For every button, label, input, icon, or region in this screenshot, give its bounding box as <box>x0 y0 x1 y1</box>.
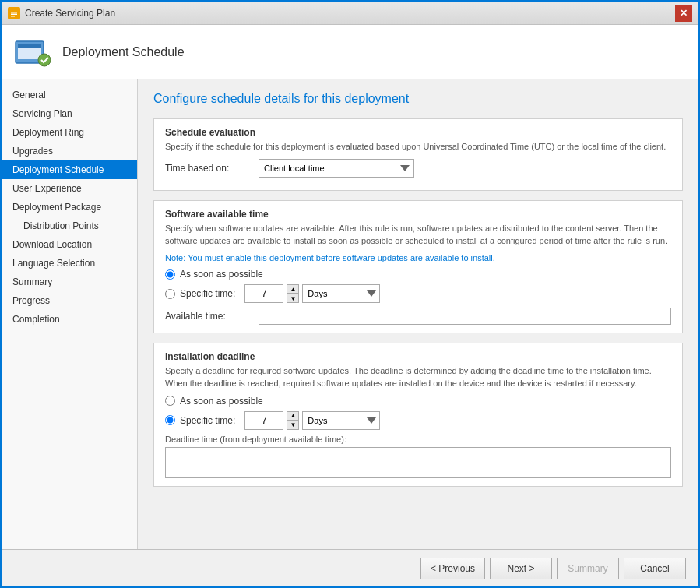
title-bar-left: Create Servicing Plan <box>8 7 115 19</box>
svg-rect-1 <box>11 12 17 13</box>
sidebar: General Servicing Plan Deployment Ring U… <box>2 79 138 549</box>
deadline-time-textbox <box>165 447 671 478</box>
software-spinner-input[interactable] <box>244 284 283 303</box>
deadline-asap-label: As soon as possible <box>180 396 263 407</box>
software-specific-radio[interactable] <box>165 289 175 299</box>
footer: < Previous Next > Summary Cancel <box>2 549 698 586</box>
deadline-specific-label: Specific time: <box>180 415 235 426</box>
header-title: Deployment Schedule <box>62 45 185 59</box>
software-available-time-section: Software available time Specify when sof… <box>153 200 683 333</box>
deadline-spinner-up[interactable]: ▲ <box>287 411 299 421</box>
deadline-specific-radio[interactable] <box>165 415 175 425</box>
title-bar: Create Servicing Plan ✕ <box>2 2 698 25</box>
sidebar-item-user-experience[interactable]: User Experience <box>2 179 137 198</box>
software-radio-specific-row: Specific time: ▲ ▼ Days Weeks Months <box>165 284 671 303</box>
software-note: Note: You must enable this deployment be… <box>165 253 671 262</box>
main-content: Configure schedule details for this depl… <box>138 79 698 549</box>
schedule-evaluation-section: Schedule evaluation Specify if the sched… <box>153 118 683 191</box>
time-based-on-row: Time based on: Client local time UTC <box>165 159 671 178</box>
time-based-on-select[interactable]: Client local time UTC <box>259 159 414 178</box>
svg-rect-6 <box>18 44 41 48</box>
window-icon <box>8 7 20 19</box>
software-spinner-down[interactable]: ▼ <box>287 294 299 303</box>
sidebar-item-summary[interactable]: Summary <box>2 273 137 291</box>
close-button[interactable]: ✕ <box>675 5 692 22</box>
installation-deadline-section: Installation deadline Specify a deadline… <box>153 343 683 487</box>
sidebar-item-progress[interactable]: Progress <box>2 291 137 310</box>
svg-rect-3 <box>11 16 15 17</box>
sidebar-item-completion[interactable]: Completion <box>2 310 137 329</box>
deadline-time-label: Deadline time (from deployment available… <box>165 435 671 444</box>
sidebar-item-deployment-package[interactable]: Deployment Package <box>2 198 137 217</box>
sidebar-item-general[interactable]: General <box>2 86 137 104</box>
available-time-textbox <box>259 308 671 325</box>
sidebar-item-deployment-ring[interactable]: Deployment Ring <box>2 123 137 142</box>
svg-point-7 <box>38 54 51 66</box>
sidebar-item-download-location[interactable]: Download Location <box>2 235 137 254</box>
available-time-row: Available time: <box>165 308 671 325</box>
software-spinner-up[interactable]: ▲ <box>287 284 299 294</box>
schedule-evaluation-title: Schedule evaluation <box>165 127 671 138</box>
deadline-spinner-buttons: ▲ ▼ <box>287 411 299 430</box>
available-time-label: Available time: <box>165 311 259 322</box>
page-title: Configure schedule details for this depl… <box>153 92 683 106</box>
sidebar-item-distribution-points[interactable]: Distribution Points <box>2 217 137 235</box>
software-specific-label: Specific time: <box>180 288 235 299</box>
deadline-days-select[interactable]: Days Weeks Months <box>302 411 380 430</box>
time-based-on-label: Time based on: <box>165 163 259 174</box>
software-spinner-buttons: ▲ ▼ <box>287 284 299 303</box>
svg-rect-2 <box>11 13 17 15</box>
installation-deadline-title: Installation deadline <box>165 351 671 362</box>
header-area: Deployment Schedule <box>2 25 698 79</box>
sidebar-item-upgrades[interactable]: Upgrades <box>2 142 137 160</box>
sidebar-item-language-selection[interactable]: Language Selection <box>2 254 137 273</box>
deadline-spinner-down[interactable]: ▼ <box>287 421 299 430</box>
header-icon <box>14 33 51 71</box>
software-asap-label: As soon as possible <box>180 269 263 280</box>
previous-button[interactable]: < Previous <box>420 558 485 579</box>
deadline-spinner-group: ▲ ▼ Days Weeks Months <box>244 411 380 430</box>
content-area: General Servicing Plan Deployment Ring U… <box>2 79 698 549</box>
window-title: Create Servicing Plan <box>25 8 115 19</box>
next-button[interactable]: Next > <box>490 558 552 579</box>
installation-deadline-desc: Specify a deadline for required software… <box>165 365 671 389</box>
main-window: Create Servicing Plan ✕ Deployment Sched… <box>0 0 700 588</box>
software-available-desc: Specify when software updates are availa… <box>165 223 671 247</box>
software-asap-radio[interactable] <box>165 269 175 280</box>
cancel-button[interactable]: Cancel <box>624 558 686 579</box>
schedule-evaluation-desc: Specify if the schedule for this deploym… <box>165 141 671 153</box>
software-radio-asap-row: As soon as possible <box>165 269 671 280</box>
deadline-asap-radio[interactable] <box>165 396 175 406</box>
sidebar-item-deployment-schedule[interactable]: Deployment Schedule <box>2 160 137 179</box>
deadline-spinner-input[interactable] <box>244 411 283 430</box>
deadline-radio-specific-row: Specific time: ▲ ▼ Days Weeks Months <box>165 411 671 430</box>
deadline-radio-asap-row: As soon as possible <box>165 396 671 407</box>
software-available-title: Software available time <box>165 209 671 220</box>
sidebar-item-servicing-plan[interactable]: Servicing Plan <box>2 104 137 123</box>
summary-button[interactable]: Summary <box>557 558 619 579</box>
software-spinner-group: ▲ ▼ Days Weeks Months <box>244 284 380 303</box>
software-days-select[interactable]: Days Weeks Months <box>302 284 380 303</box>
